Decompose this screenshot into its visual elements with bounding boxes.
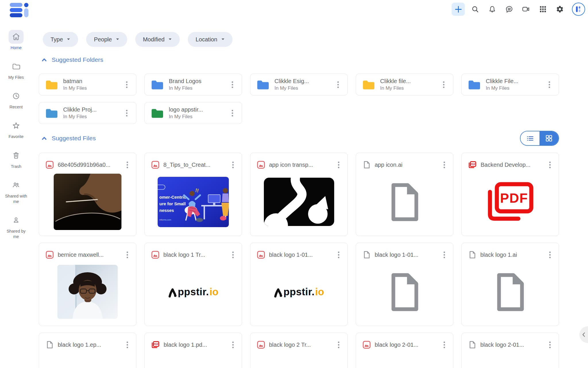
clikkle-logo[interactable] <box>10 2 29 16</box>
more-options-button[interactable] <box>229 250 237 260</box>
chip-label: Location <box>196 36 217 43</box>
more-options-button[interactable] <box>334 80 342 89</box>
panel-collapse-handle[interactable] <box>579 326 588 343</box>
grid-view-button[interactable] <box>539 131 558 145</box>
image-file-icon <box>362 340 371 349</box>
meet-video-button[interactable] <box>519 3 533 16</box>
file-card[interactable]: black logo 2 Tr... <box>250 333 348 368</box>
folder-card[interactable]: Clikkle Proj...In My Files <box>39 102 136 124</box>
more-options-button[interactable] <box>439 80 448 89</box>
more-options-button[interactable] <box>440 340 448 350</box>
file-card[interactable]: black logo 1 Tr... ppstir.io <box>144 243 242 326</box>
more-options-button[interactable] <box>228 80 237 89</box>
more-options-button[interactable] <box>334 340 343 350</box>
file-card[interactable]: black logo 1.ep... <box>39 333 136 368</box>
apps-grid-button[interactable] <box>536 3 550 16</box>
people-icon <box>12 181 20 189</box>
sidebar-label: Shared by me <box>4 229 28 239</box>
more-options-button[interactable] <box>228 108 237 118</box>
chip-label: Modified <box>143 36 165 43</box>
file-thumbnail-doc-icon <box>389 273 420 311</box>
star-icon <box>12 121 20 130</box>
svg-text:mforms.com: mforms.com <box>159 218 171 221</box>
notifications-button[interactable] <box>486 3 499 16</box>
folder-card[interactable]: logo appstir...In My Files <box>144 102 242 124</box>
file-card[interactable]: Backend Develop... <box>461 153 559 236</box>
more-options-button[interactable] <box>334 250 343 260</box>
suggested-files-header-row: Suggested Files <box>39 131 559 146</box>
account-avatar[interactable] <box>572 3 585 16</box>
chip-label: Type <box>51 36 63 43</box>
suggested-files-header[interactable]: Suggested Files <box>41 135 96 142</box>
more-options-button[interactable] <box>546 160 554 170</box>
file-card[interactable]: app icon transp... <box>250 153 348 236</box>
main-content: Type People Modified Location Suggested … <box>39 25 559 368</box>
file-card[interactable]: black logo 2-01... <box>461 333 559 368</box>
file-card[interactable]: 8_Tips_to_Creat... omer-Centric ure for … <box>144 153 242 236</box>
file-card[interactable]: black logo 1.pd... <box>144 333 242 368</box>
more-options-button[interactable] <box>545 80 554 89</box>
more-options-button[interactable] <box>229 340 237 350</box>
sidebar-item-shared-with-me[interactable]: Shared with me <box>0 178 32 204</box>
appstir-mark-icon <box>168 288 177 298</box>
file-thumbnail-bw-mark <box>264 178 334 226</box>
folder-card[interactable]: Clikkle file...In My Files <box>356 74 453 95</box>
folder-card[interactable]: batmanIn My Files <box>39 74 136 95</box>
folder-card[interactable]: Clikkle File...In My Files <box>461 74 559 95</box>
image-file-icon <box>257 340 265 349</box>
file-card[interactable]: bernice maxwell... <box>39 243 136 326</box>
file-card[interactable]: 68e405d991b96a0... <box>39 153 136 236</box>
filter-chip-type[interactable]: Type <box>43 32 78 47</box>
file-card[interactable]: black logo 1.ai <box>461 243 559 326</box>
more-options-button[interactable] <box>440 250 448 260</box>
appstir-tld: io <box>210 286 218 298</box>
search-button[interactable] <box>469 3 482 16</box>
appstir-text: ppstir. <box>178 286 209 298</box>
image-file-icon <box>151 160 160 169</box>
more-options-button[interactable] <box>123 340 131 350</box>
settings-button[interactable] <box>553 3 566 16</box>
more-options-button[interactable] <box>123 160 131 170</box>
svg-text:ure for Small: ure for Small <box>159 201 186 206</box>
appstir-mark-icon <box>274 288 283 298</box>
more-options-button[interactable] <box>546 340 554 350</box>
more-options-button[interactable] <box>123 250 131 260</box>
sidebar-label: Trash <box>11 164 22 169</box>
file-thumbnail-pdf-icon <box>486 181 534 223</box>
sidebar-item-my-files[interactable]: My Files <box>0 60 32 80</box>
sidebar-item-shared-by-me[interactable]: Shared by me <box>0 213 32 239</box>
folder-card[interactable]: Clikkle Esig...In My Files <box>250 74 348 95</box>
filter-chip-location[interactable]: Location <box>188 32 233 47</box>
chat-button[interactable] <box>502 3 516 16</box>
folder-name: batman <box>63 78 87 85</box>
sidebar-item-home[interactable]: Home <box>0 30 32 51</box>
filter-chip-people[interactable]: People <box>86 32 127 47</box>
file-card[interactable]: black logo 1-01... <box>356 243 453 326</box>
more-options-button[interactable] <box>122 80 131 89</box>
suggested-folders-header[interactable]: Suggested Folders <box>41 56 559 63</box>
more-options-button[interactable] <box>546 250 554 260</box>
sidebar-item-favorite[interactable]: Favorite <box>0 119 32 139</box>
file-card[interactable]: black logo 1-01... ppstir.io <box>250 243 348 326</box>
filter-chip-modified[interactable]: Modified <box>135 32 180 47</box>
sidebar-item-trash[interactable]: Trash <box>0 149 32 169</box>
gear-icon <box>556 5 564 13</box>
add-new-button[interactable] <box>452 3 465 16</box>
file-card[interactable]: app icon.ai <box>356 153 453 236</box>
folder-location: In My Files <box>486 85 518 91</box>
file-name: black logo 1.pd... <box>164 342 207 348</box>
appstir-text: ppstir. <box>283 286 315 298</box>
list-view-button[interactable] <box>521 131 539 145</box>
clikkle-mark-icon <box>575 6 582 12</box>
image-file-icon <box>45 250 54 259</box>
more-options-button[interactable] <box>122 108 131 118</box>
more-options-button[interactable] <box>229 160 237 170</box>
grid-view-icon <box>545 135 553 142</box>
file-name: black logo 1.ep... <box>58 342 101 348</box>
more-options-button[interactable] <box>440 160 448 170</box>
file-card[interactable]: black logo 2-01... <box>356 333 453 368</box>
file-name: 8_Tips_to_Creat... <box>163 162 210 168</box>
folder-card[interactable]: Brand LogosIn My Files <box>144 74 242 95</box>
sidebar-item-recent[interactable]: Recent <box>0 89 32 110</box>
more-options-button[interactable] <box>334 160 343 170</box>
